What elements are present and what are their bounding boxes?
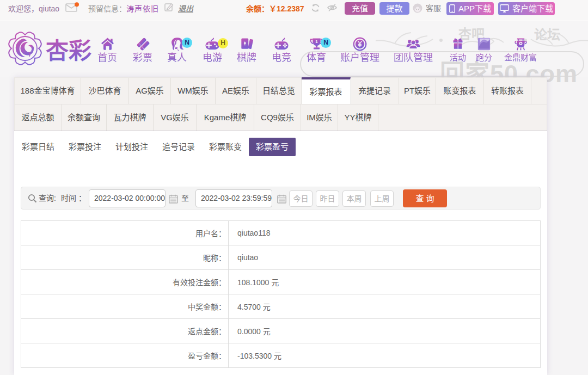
- svg-text:杏彩: 杏彩: [46, 38, 91, 64]
- svg-text:1: 1: [315, 39, 318, 44]
